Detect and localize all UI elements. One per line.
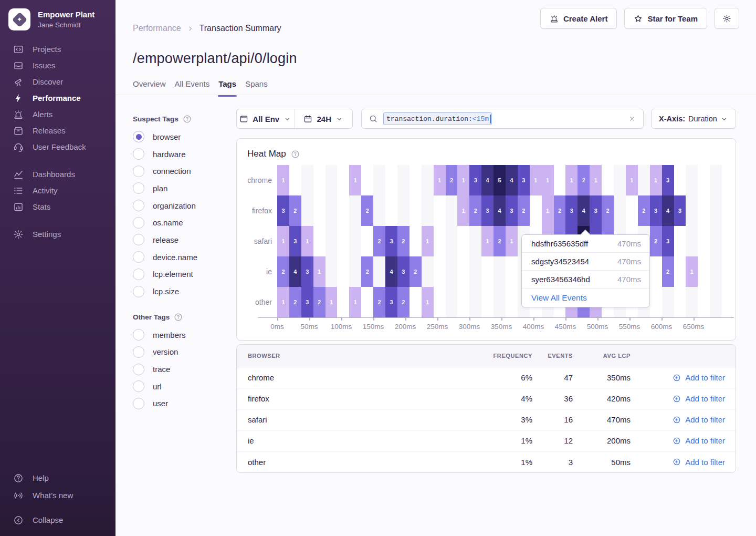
tag-radio-device-name[interactable]: device.name (133, 249, 227, 266)
heatmap-cell[interactable]: 3 (301, 256, 313, 287)
tab-all-events[interactable]: All Events (175, 79, 210, 95)
tag-radio-lcp-size[interactable]: lcp.size (133, 283, 227, 300)
heatmap-cell[interactable]: 1 (349, 165, 361, 195)
sidebar-item-user-feedback[interactable]: User Feedback (0, 139, 116, 155)
add-to-filter-link[interactable]: Add to filter (631, 436, 736, 445)
heatmap-cell[interactable]: 3 (674, 195, 686, 226)
tab-overview[interactable]: Overview (133, 79, 166, 95)
view-all-events-link[interactable]: View All Events (522, 288, 649, 307)
add-to-filter-link[interactable]: Add to filter (631, 458, 736, 467)
heatmap-cell[interactable]: 3 (385, 287, 397, 317)
heatmap-cell[interactable]: 1 (434, 165, 446, 195)
tag-radio-lcp-element[interactable]: lcp.element (133, 266, 227, 283)
tooltip-event-row[interactable]: syer63456346hd470ms (522, 271, 649, 288)
sidebar-item-alerts[interactable]: Alerts (0, 106, 116, 122)
heatmap-cell[interactable]: 1 (590, 165, 602, 195)
heatmap-cell[interactable]: 1 (277, 226, 289, 256)
tag-radio-browser[interactable]: browser (133, 128, 227, 146)
heatmap-cell[interactable]: 2 (361, 256, 373, 287)
sidebar-item-releases[interactable]: Releases (0, 122, 116, 139)
clear-search-icon[interactable] (628, 115, 636, 123)
add-to-filter-link[interactable]: Add to filter (631, 373, 736, 382)
sidebar-item-collapse[interactable]: Collapse (0, 511, 116, 529)
help-circle-icon[interactable] (183, 115, 192, 123)
sidebar-item-activity[interactable]: Activity (0, 182, 116, 199)
time-range-dropdown[interactable]: 24H (295, 109, 353, 128)
heatmap-cell[interactable]: 2 (602, 195, 614, 226)
heatmap-cell[interactable]: 2 (446, 165, 458, 195)
tag-radio-hardware[interactable]: hardware (133, 146, 227, 163)
star-for-team-button[interactable]: Star for Team (624, 8, 707, 29)
heatmap-cell[interactable]: 2 (289, 287, 301, 317)
heatmap-cell[interactable]: 1 (481, 226, 494, 256)
heatmap-cell[interactable]: 4 (662, 195, 674, 226)
sidebar-item-what-s-new[interactable]: What’s new (0, 487, 116, 504)
heatmap-cell[interactable]: 2 (361, 195, 373, 226)
add-to-filter-link[interactable]: Add to filter (631, 415, 736, 424)
heatmap-cell[interactable]: 2 (494, 226, 506, 256)
heatmap-cell[interactable]: 2 (518, 195, 530, 226)
heatmap-cell[interactable]: 4 (385, 256, 397, 287)
heatmap-cell[interactable]: 1 (457, 195, 469, 226)
heatmap-cell[interactable]: 4 (494, 195, 506, 226)
tag-radio-release[interactable]: release (133, 231, 227, 249)
heatmap-cell[interactable]: 2 (373, 226, 385, 256)
heatmap-cell[interactable]: 3 (469, 165, 481, 195)
heatmap-cell[interactable]: 2 (469, 195, 481, 226)
heatmap-cell[interactable]: 5 (494, 165, 506, 195)
search-filter-token[interactable]: transaction.duration: <15m (383, 112, 492, 125)
tag-radio-plan[interactable]: plan (133, 180, 227, 197)
heatmap-cell[interactable]: 2 (554, 195, 566, 226)
heatmap-cell[interactable]: 1 (277, 165, 289, 195)
heatmap-cell[interactable]: 3 (662, 165, 674, 195)
heatmap-cell[interactable]: 4 (289, 256, 301, 287)
heatmap-cell[interactable]: 2 (650, 226, 662, 256)
heatmap-cell[interactable]: 1 (326, 287, 338, 317)
heatmap-cell[interactable]: 4 (481, 165, 494, 195)
heatmap-cell[interactable]: 2 (638, 195, 650, 226)
help-circle-icon[interactable] (291, 150, 300, 159)
sidebar-item-issues[interactable]: Issues (0, 57, 116, 74)
create-alert-button[interactable]: Create Alert (540, 8, 617, 29)
search-input[interactable]: transaction.duration: <15m (361, 109, 644, 129)
tag-radio-user[interactable]: user (133, 395, 227, 413)
heatmap-cell[interactable]: 1 (277, 287, 289, 317)
heatmap-cell[interactable]: 2 (373, 287, 385, 317)
heatmap-cell[interactable]: 1 (626, 165, 638, 195)
settings-button[interactable] (715, 8, 739, 29)
heatmap-cell[interactable]: 1 (530, 165, 542, 195)
heatmap-cell[interactable]: 1 (349, 287, 361, 317)
tag-radio-connection[interactable]: connection (133, 162, 227, 180)
heatmap-cell[interactable]: 1 (422, 287, 434, 317)
heatmap-cell[interactable]: 1 (457, 165, 469, 195)
tab-tags[interactable]: Tags (218, 79, 236, 95)
heatmap-cell[interactable]: 2 (289, 195, 301, 226)
sidebar-item-settings[interactable]: Settings (0, 226, 116, 242)
heatmap-cell[interactable]: 2 (313, 287, 326, 317)
tag-radio-version[interactable]: version (133, 344, 227, 361)
heatmap-cell[interactable]: 2 (578, 165, 590, 195)
environment-dropdown[interactable]: All Env (237, 109, 295, 128)
heatmap-cell[interactable]: 2 (662, 256, 674, 287)
heatmap-cell[interactable]: 1 (422, 226, 434, 256)
breadcrumb-performance[interactable]: Performance (133, 24, 181, 33)
heatmap-cell[interactable]: 2 (397, 287, 410, 317)
tooltip-event-row[interactable]: hdsfhr635635dff470ms (522, 235, 649, 253)
heatmap-cell[interactable]: 2 (397, 226, 410, 256)
org-switcher[interactable]: ✦ Empower Plant Jane Schmidt (0, 0, 116, 36)
sidebar-item-dashboards[interactable]: Dashboards (0, 166, 116, 182)
heatmap-cell[interactable]: 1 (542, 195, 554, 226)
tag-radio-url[interactable]: url (133, 378, 227, 395)
tab-spans[interactable]: Spans (245, 79, 268, 95)
heatmap-cell[interactable]: 4 (578, 195, 590, 226)
x-axis-dropdown[interactable]: X-Axis: Duration (651, 109, 736, 129)
heatmap-cell[interactable]: 3 (590, 195, 602, 226)
heatmap-cell[interactable]: 3 (506, 195, 518, 226)
sidebar-item-discover[interactable]: Discover (0, 74, 116, 90)
heatmap-cell[interactable]: 3 (385, 226, 397, 256)
heatmap-cell[interactable]: 2 (410, 256, 422, 287)
heatmap-cell[interactable]: 3 (301, 287, 313, 317)
heatmap-cell[interactable]: 1 (301, 226, 313, 256)
sidebar-item-projects[interactable]: Projects (0, 41, 116, 57)
heatmap-cell[interactable]: 2 (277, 256, 289, 287)
